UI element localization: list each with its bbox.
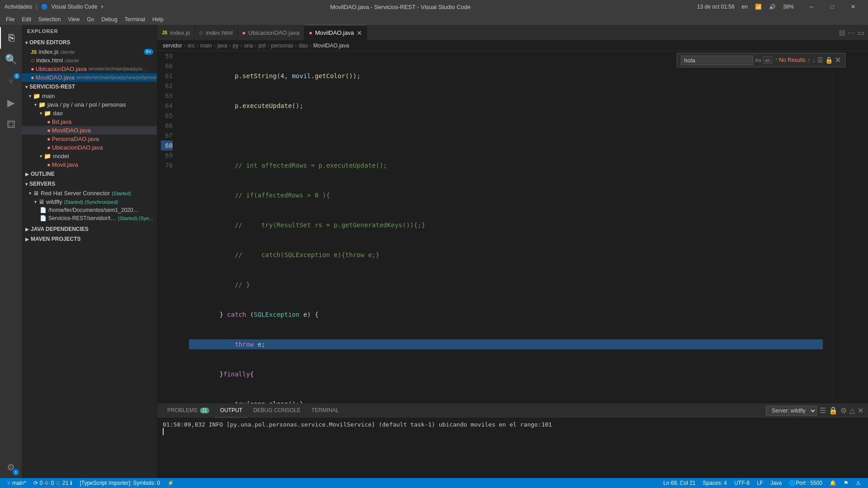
search-next-btn[interactable]: ↓ (812, 56, 816, 64)
main-chevron-icon: ▾ (29, 94, 31, 99)
activities-button[interactable]: Actividades (5, 4, 32, 10)
match-case-btn[interactable]: Aa (755, 57, 761, 63)
status-alert[interactable]: ⚠ (852, 478, 864, 488)
tree-redhat-connector[interactable]: ▾ 🖥 Red Hat Server Connector (Started) (22, 189, 157, 197)
tab-indexhtml[interactable]: ◇ index.html (195, 25, 237, 40)
menu-terminal[interactable]: Terminal (121, 15, 149, 23)
tree-java-folder[interactable]: ▾ 📁 java / py / una / pol / personas (22, 100, 157, 109)
activity-run[interactable]: ▶ (0, 92, 22, 114)
menu-help[interactable]: Help (149, 15, 167, 23)
bc-una[interactable]: una (244, 42, 253, 49)
panel-tab-debug[interactable]: DEBUG CONSOLE (248, 404, 306, 418)
panel-list-btn[interactable]: ☰ (820, 406, 826, 415)
toggle-panel-button[interactable]: ▭ (858, 28, 864, 37)
code-area[interactable]: 59 60 61 62 63 64 65 66 67 68 69 70 p.se… (157, 51, 868, 404)
maximize-button[interactable]: □ (822, 0, 843, 14)
tree-personadao-java[interactable]: ● PersonaDAO.java (22, 135, 157, 143)
open-editor-ubicaciondao-path: servidor/src/main/java/py/una/pol/person… (89, 66, 147, 71)
status-language[interactable]: Java (767, 478, 785, 488)
open-editor-indexhtml[interactable]: ◇ index.html cliente (22, 56, 157, 65)
tree-path2[interactable]: 📄 Servicios-REST/servidor/target/movil.w… (22, 214, 157, 222)
search-prev-btn[interactable]: ↑ (807, 56, 811, 64)
panel-settings-btn[interactable]: ⚙ (840, 406, 847, 415)
tree-movil-java[interactable]: ● Movil.java (22, 160, 157, 169)
menu-edit[interactable]: Edit (18, 15, 35, 23)
open-editor-ubicaciondao[interactable]: ● UbicacionDAO.java servidor/src/main/ja… (22, 65, 157, 73)
status-sync[interactable]: ⟳ 0 ⊗ 0 ⚠ 21 ℹ (30, 478, 76, 488)
tab-indexjs[interactable]: JS index.js (157, 25, 195, 40)
tab-ubicaciondao[interactable]: ● UbicacionDAO.java (238, 25, 305, 40)
regex-btn[interactable]: .* (774, 57, 777, 63)
status-port[interactable]: 🌐 Port : 5500 (785, 478, 826, 488)
bc-java[interactable]: java (217, 42, 227, 49)
status-feedback[interactable]: ⚑ (840, 478, 852, 488)
java-dep-chevron: ▶ (25, 227, 29, 232)
status-branch[interactable]: ⑂ main* (4, 478, 30, 488)
menu-view[interactable]: View (64, 15, 83, 23)
panel-lock-btn[interactable]: 🔒 (829, 406, 838, 415)
maven-header[interactable]: ▶ MAVEN PROJECTS (22, 234, 157, 244)
bc-pol[interactable]: pol (258, 42, 265, 49)
tree-wildfly[interactable]: ▾ 🖥 wildfly (Started) (Synchronized) (22, 197, 157, 206)
bc-sep4: › (229, 42, 231, 49)
activity-search[interactable]: 🔍 (0, 49, 22, 70)
split-editor-button[interactable]: ⊟ (839, 28, 845, 37)
status-bell[interactable]: 🔔 (826, 478, 840, 488)
status-lightning[interactable]: ⚡ (164, 478, 178, 488)
java-dependencies-header[interactable]: ▶ JAVA DEPENDENCIES (22, 224, 157, 234)
status-encoding[interactable]: UTF-8 (731, 478, 753, 488)
search-input[interactable] (681, 56, 753, 65)
tree-model-folder[interactable]: ▾ 📁 model (22, 152, 157, 160)
activity-settings[interactable]: ⚙ 1 (0, 456, 22, 478)
status-eol[interactable]: LF (753, 478, 767, 488)
panel-close-btn[interactable]: ✕ (858, 406, 863, 415)
panel-maximize-btn[interactable]: △ (849, 406, 855, 415)
tab-movildao[interactable]: ● MovilDAO.java ✕ (304, 25, 367, 40)
tab-movildao-close[interactable]: ✕ (357, 29, 362, 37)
tree-dao-folder[interactable]: ▾ 📁 dao (22, 109, 157, 117)
open-editors-header[interactable]: ▾ OPEN EDITORS (22, 38, 157, 47)
tree-ubicaciondao-java[interactable]: ● UbicacionDAO.java (22, 143, 157, 152)
more-actions-button[interactable]: ⋯ (848, 28, 855, 37)
menu-go[interactable]: Go (83, 15, 98, 23)
status-right: Ln 68, Col 21 Spaces: 4 UTF-8 LF Java 🌐 … (660, 478, 864, 488)
servers-header[interactable]: ▾ SERVERS (22, 179, 157, 189)
panel-tab-output[interactable]: OUTPUT (215, 404, 248, 418)
bc-movildao[interactable]: MovilDAO.java (313, 42, 349, 49)
menu-file[interactable]: File (2, 15, 18, 23)
menu-debug[interactable]: Debug (98, 15, 121, 23)
menu-selection[interactable]: Selection (35, 15, 64, 23)
search-close-btn[interactable]: ✕ (835, 55, 841, 65)
server-select[interactable]: Server: wildfly (766, 406, 817, 416)
panel-tab-problems[interactable]: PROBLEMS 21 (162, 404, 215, 418)
tree-movildao-java[interactable]: ● MovilDAO.java (22, 126, 157, 135)
tree-main-folder[interactable]: ▾ 📁 main (22, 92, 157, 100)
panel-tab-terminal[interactable]: TERMINAL (306, 404, 344, 418)
bc-servidor[interactable]: servidor (163, 42, 182, 49)
tree-bd-java[interactable]: ● Bd.java (22, 117, 157, 126)
log-line-1: 01:58:09,832 INFO [py.una.pol.personas.s… (163, 421, 863, 428)
bc-main[interactable]: main (200, 42, 212, 49)
search-select-all-btn[interactable]: ☰ (817, 56, 823, 64)
close-button[interactable]: ✕ (843, 0, 863, 14)
open-editor-movildao[interactable]: ● MovilDAO.java servidor/src/main/java/p… (22, 73, 157, 82)
bc-py[interactable]: py (233, 42, 239, 49)
tree-path1[interactable]: 📄 /home/fer/Documentos/sem1_2020/Distri/… (22, 206, 157, 214)
status-ln-col[interactable]: Ln 68, Col 21 (660, 478, 699, 488)
bc-src[interactable]: src (188, 42, 195, 49)
servicios-rest-header[interactable]: ▾ SERVICIOS-REST (22, 82, 157, 92)
redhat-connector-name: Red Hat Server Connector (41, 190, 110, 197)
open-editor-indexjs[interactable]: JS index.js cliente 9+ (22, 47, 157, 56)
outline-header[interactable]: ▶ OUTLINE (22, 169, 157, 179)
bc-dao[interactable]: dao (299, 42, 308, 49)
status-ts-importer[interactable]: [TypeScript Importer]: Symbols: 0 (76, 478, 163, 488)
search-preserve-case-btn[interactable]: 🔒 (825, 56, 833, 64)
status-spaces[interactable]: Spaces: 4 (699, 478, 731, 488)
bc-personas[interactable]: personas (271, 42, 293, 49)
minimize-button[interactable]: ─ (801, 0, 822, 14)
activity-extensions[interactable]: ⚃ (0, 114, 22, 136)
whole-word-btn[interactable]: ab (763, 56, 772, 64)
code-content[interactable]: p.setString(4, movil.getColor()); p.exec… (180, 51, 832, 404)
activity-source-control[interactable]: ⑂ 6 (0, 70, 22, 92)
activity-explorer[interactable]: ⎘ (0, 27, 22, 49)
